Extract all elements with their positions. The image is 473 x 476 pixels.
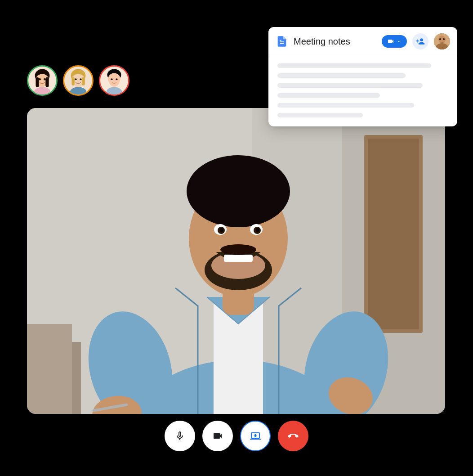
svg-point-21 bbox=[109, 74, 120, 86]
svg-point-22 bbox=[111, 78, 113, 80]
svg-point-51 bbox=[220, 244, 256, 255]
video-camera-icon bbox=[387, 38, 394, 45]
chevron-down-icon bbox=[396, 39, 402, 44]
text-line-3 bbox=[277, 83, 423, 88]
svg-point-41 bbox=[187, 155, 290, 227]
svg-rect-29 bbox=[368, 139, 419, 329]
svg-point-58 bbox=[439, 38, 441, 40]
end-call-icon bbox=[288, 431, 299, 441]
panel-title: Meeting notes bbox=[294, 36, 376, 47]
text-line-6 bbox=[277, 113, 363, 117]
svg-point-14 bbox=[80, 78, 81, 80]
svg-point-23 bbox=[116, 78, 117, 80]
participant-avatar-3[interactable] bbox=[99, 65, 129, 96]
participant-avatars bbox=[27, 65, 129, 96]
panel-content bbox=[268, 56, 457, 126]
add-people-button[interactable] bbox=[412, 33, 428, 49]
present-screen-icon bbox=[250, 431, 261, 441]
meeting-notes-panel: Meeting notes bbox=[268, 27, 457, 126]
participant-avatar-1[interactable] bbox=[27, 65, 58, 96]
svg-rect-17 bbox=[82, 77, 85, 85]
video-container bbox=[27, 108, 445, 414]
control-bar bbox=[165, 421, 308, 451]
user-avatar bbox=[434, 33, 450, 49]
camera-button[interactable] bbox=[202, 421, 233, 451]
text-line-1 bbox=[277, 63, 431, 68]
svg-point-49 bbox=[256, 228, 259, 232]
svg-point-48 bbox=[220, 228, 223, 232]
participant-avatar-2[interactable] bbox=[63, 65, 94, 96]
microphone-button[interactable] bbox=[165, 421, 195, 451]
svg-point-13 bbox=[75, 78, 77, 80]
panel-header: Meeting notes bbox=[268, 27, 457, 56]
meet-video-button[interactable] bbox=[382, 35, 407, 48]
svg-rect-50 bbox=[224, 255, 253, 262]
text-line-4 bbox=[277, 93, 380, 98]
camera-icon bbox=[212, 431, 223, 441]
svg-point-4 bbox=[39, 78, 41, 81]
svg-point-59 bbox=[443, 38, 445, 40]
scene: Meeting notes bbox=[0, 0, 473, 476]
svg-point-5 bbox=[44, 78, 46, 81]
person-add-icon bbox=[416, 37, 425, 46]
svg-rect-7 bbox=[36, 77, 39, 87]
end-call-button[interactable] bbox=[278, 421, 308, 451]
present-button[interactable] bbox=[240, 421, 271, 451]
svg-rect-31 bbox=[27, 324, 72, 414]
svg-rect-16 bbox=[71, 77, 74, 85]
text-line-2 bbox=[277, 73, 406, 78]
svg-rect-8 bbox=[45, 77, 49, 87]
microphone-icon bbox=[174, 431, 185, 441]
docs-icon bbox=[276, 35, 288, 48]
text-line-5 bbox=[277, 103, 414, 108]
